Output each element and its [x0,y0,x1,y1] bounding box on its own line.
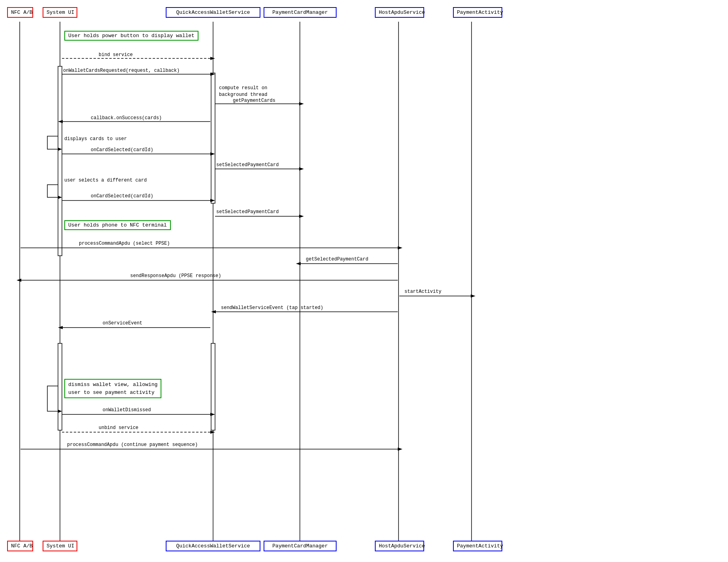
lifeline-pa-bottom: PaymentActivity [453,541,502,551]
svg-rect-9 [211,343,215,430]
lifeline-pcm-top: PaymentCardManager [264,7,337,18]
label-setselected1: setSelectedPaymentCard [216,162,279,168]
note-power-button: User holds power button to display walle… [64,31,198,41]
label-setselected2: setSelectedPaymentCard [216,209,279,215]
label-oncardselected1: onCardSelected(cardId) [91,147,153,153]
svg-marker-42 [210,413,215,416]
label-process-cmd2: processCommandApdu (continue payment seq… [67,442,198,448]
svg-marker-20 [210,152,215,155]
svg-marker-46 [398,448,402,451]
svg-marker-18 [58,148,62,151]
lifeline-has-bottom: HostApduService [375,541,424,551]
lifeline-qaws-top: QuickAccessWalletService [166,7,260,18]
label-sendresponse: sendResponseApdu (PPSE response) [130,273,221,279]
svg-marker-39 [58,326,63,329]
label-onwallet-cards: onWalletCardsRequested(request, callback… [63,68,180,73]
label-getpayment: getPaymentCards [233,98,275,103]
lifeline-pa-top: PaymentActivity [453,7,502,18]
label-unbind: unbind service [99,425,138,431]
svg-marker-23 [58,196,62,199]
lifeline-nfc-top: NFC A/B [7,7,33,18]
svg-marker-40 [58,410,62,413]
label-onwallet-dismissed: onWalletDismissed [103,407,151,413]
svg-marker-33 [17,279,21,282]
svg-marker-25 [210,199,215,202]
svg-marker-13 [210,73,215,76]
lifeline-nfc-bottom: NFC A/B [7,541,33,551]
label-bind-service: bind service [99,52,133,58]
svg-marker-11 [210,57,215,60]
svg-rect-8 [58,343,62,430]
label-process-cmd1: processCommandApdu (select PPSE) [79,241,170,246]
label-onserviceevent: onServiceEvent [103,320,142,326]
label-compute: compute result onbackground thread [219,85,267,98]
note-dismiss: dismiss wallet view, allowinguser to see… [64,379,161,398]
svg-marker-17 [58,120,63,123]
arrows-svg [0,0,728,562]
svg-marker-44 [210,431,215,434]
svg-marker-29 [398,246,402,249]
svg-marker-15 [299,102,304,105]
note-nfc-terminal: User holds phone to NFC terminal [64,220,171,230]
lifeline-sysui-top: System UI [43,7,77,18]
label-startactivity: startActivity [404,289,442,294]
lifeline-qaws-bottom: QuickAccessWalletService [166,541,260,551]
svg-rect-7 [211,73,215,203]
label-oncardselected2: onCardSelected(cardId) [91,193,153,199]
label-callback: callback.onSuccess(cards) [91,115,162,121]
label-user-selects: user selects a different card [64,178,147,183]
svg-marker-31 [296,262,301,265]
label-displays: displays cards to user [64,136,127,142]
label-sendwallet: sendWalletServiceEvent (tap started) [221,305,323,311]
diagram-container: NFC A/B System UI QuickAccessWalletServi… [0,0,728,562]
svg-marker-27 [299,215,304,218]
svg-marker-35 [471,294,475,298]
lifeline-sysui-bottom: System UI [43,541,77,551]
lifeline-has-top: HostApduService [375,7,424,18]
label-getselected: getSelectedPaymentCard [306,257,368,262]
lifeline-pcm-bottom: PaymentCardManager [264,541,337,551]
svg-marker-22 [299,167,304,170]
svg-marker-37 [211,310,216,313]
svg-rect-6 [58,66,62,256]
